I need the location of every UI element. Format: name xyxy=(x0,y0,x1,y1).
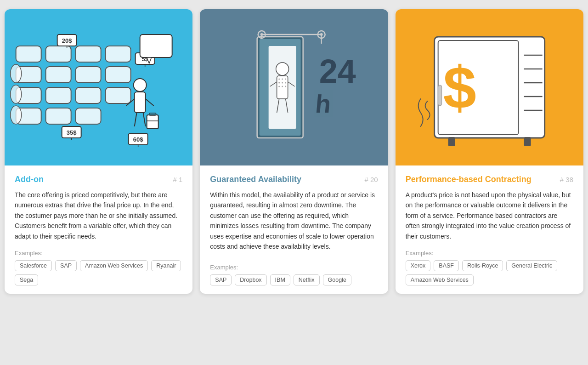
svg-line-22 xyxy=(135,113,137,126)
tags-container-guaranteed-availability: SAPDropboxIBMNetflixGoogle xyxy=(210,274,378,285)
svg-line-21 xyxy=(146,99,154,106)
card-image-add-on: 20$ 5$ 35$ 60$ xyxy=(5,9,192,165)
tag[interactable]: General Electric xyxy=(506,260,557,271)
card-description-guaranteed-availability: Within this model, the availability of a… xyxy=(210,190,378,256)
svg-rect-6 xyxy=(76,67,101,83)
tags-container-add-on: SalesforceSAPAmazon Web ServicesRyanairS… xyxy=(15,260,182,285)
tag[interactable]: Ryanair xyxy=(151,260,181,271)
svg-rect-24 xyxy=(147,115,158,129)
card-image-guaranteed-availability: 2 4 h xyxy=(200,9,388,165)
tag[interactable]: Google xyxy=(323,274,351,285)
svg-point-52 xyxy=(278,86,280,87)
card-add-on: 20$ 5$ 35$ 60$ Add-on# 1The core offerin… xyxy=(5,9,192,294)
svg-point-53 xyxy=(282,86,283,87)
svg-rect-79 xyxy=(438,85,441,106)
svg-point-51 xyxy=(285,82,286,84)
tag[interactable]: Sega xyxy=(15,274,38,285)
tags-container-performance-based-contracting: XeroxBASFRolls-RoyceGeneral ElectricAmaz… xyxy=(406,260,573,285)
tag[interactable]: Rolls-Royce xyxy=(462,260,503,271)
svg-point-44 xyxy=(276,63,289,75)
svg-rect-78 xyxy=(524,137,531,146)
svg-text:35$: 35$ xyxy=(67,129,77,136)
svg-text:$: $ xyxy=(443,54,476,121)
svg-rect-2 xyxy=(76,46,101,62)
tag[interactable]: Amazon Web Services xyxy=(406,274,474,285)
svg-point-50 xyxy=(282,82,283,84)
svg-point-16 xyxy=(11,85,22,103)
svg-rect-10 xyxy=(76,87,101,103)
tag[interactable]: SAP xyxy=(55,260,77,271)
svg-point-17 xyxy=(11,106,22,124)
svg-rect-5 xyxy=(46,67,71,83)
card-number-performance-based-contracting: # 38 xyxy=(560,175,573,183)
svg-point-15 xyxy=(11,64,22,83)
card-body-performance-based-contracting: Performance-based Contracting# 38A produ… xyxy=(396,165,583,294)
card-description-performance-based-contracting: A product's price is not based upon the … xyxy=(406,190,573,241)
svg-rect-11 xyxy=(106,87,131,103)
card-performance-based-contracting: $ Performance-based Contracting# 38A pro… xyxy=(396,9,583,294)
examples-section-performance-based-contracting: Examples:XeroxBASFRolls-RoyceGeneral Ele… xyxy=(406,250,573,285)
examples-label-add-on: Examples: xyxy=(15,250,182,257)
examples-label-performance-based-contracting: Examples: xyxy=(406,250,573,257)
card-title-performance-based-contracting: Performance-based Contracting xyxy=(406,175,531,184)
card-body-guaranteed-availability: Guaranteed Availability# 20Within this m… xyxy=(200,165,388,294)
svg-text:20$: 20$ xyxy=(62,37,72,44)
card-guaranteed-availability: 2 4 h Guaranteed Availability# 20Within … xyxy=(200,9,388,294)
svg-rect-7 xyxy=(106,67,131,83)
tag[interactable]: IBM xyxy=(270,274,290,285)
svg-rect-3 xyxy=(106,46,131,62)
svg-rect-19 xyxy=(135,92,146,113)
card-body-add-on: Add-on# 1The core offering is priced com… xyxy=(5,165,192,294)
svg-point-54 xyxy=(285,86,286,87)
svg-rect-39 xyxy=(140,34,172,57)
card-title-row-performance-based-contracting: Performance-based Contracting# 38 xyxy=(406,175,573,184)
tag[interactable]: BASF xyxy=(434,260,459,271)
card-number-add-on: # 1 xyxy=(173,175,182,183)
svg-point-47 xyxy=(282,79,283,80)
svg-rect-1 xyxy=(46,46,71,62)
svg-rect-26 xyxy=(149,113,156,115)
card-number-guaranteed-availability: # 20 xyxy=(364,175,378,183)
svg-point-46 xyxy=(278,79,280,80)
svg-rect-13 xyxy=(46,108,71,124)
svg-text:h: h xyxy=(314,90,332,118)
examples-section-guaranteed-availability: Examples:SAPDropboxIBMNetflixGoogle xyxy=(210,264,378,285)
svg-text:4: 4 xyxy=(338,53,356,90)
examples-label-guaranteed-availability: Examples: xyxy=(210,264,378,271)
examples-section-add-on: Examples:SalesforceSAPAmazon Web Service… xyxy=(15,250,182,285)
tag[interactable]: Netflix xyxy=(294,274,320,285)
svg-line-23 xyxy=(143,113,146,126)
svg-point-18 xyxy=(134,79,147,91)
svg-rect-77 xyxy=(448,137,455,146)
tag[interactable]: SAP xyxy=(210,274,232,285)
svg-rect-9 xyxy=(46,87,71,103)
card-title-guaranteed-availability: Guaranteed Availability xyxy=(210,175,301,184)
card-title-row-add-on: Add-on# 1 xyxy=(15,175,182,184)
tag[interactable]: Xerox xyxy=(406,260,431,271)
card-title-row-guaranteed-availability: Guaranteed Availability# 20 xyxy=(210,175,378,184)
svg-point-48 xyxy=(285,79,286,80)
card-title-add-on: Add-on xyxy=(15,175,44,184)
card-description-add-on: The core offering is priced competitivel… xyxy=(15,190,182,241)
tag[interactable]: Dropbox xyxy=(235,274,266,285)
card-image-performance-based-contracting: $ xyxy=(396,9,583,165)
tag[interactable]: Salesforce xyxy=(15,260,52,271)
svg-text:60$: 60$ xyxy=(133,136,143,143)
svg-rect-0 xyxy=(16,46,41,62)
tag[interactable]: Amazon Web Services xyxy=(80,260,148,271)
svg-rect-14 xyxy=(76,108,101,124)
svg-point-49 xyxy=(278,82,280,84)
svg-text:2: 2 xyxy=(319,53,338,90)
cards-container: 20$ 5$ 35$ 60$ Add-on# 1The core offerin… xyxy=(5,5,583,298)
